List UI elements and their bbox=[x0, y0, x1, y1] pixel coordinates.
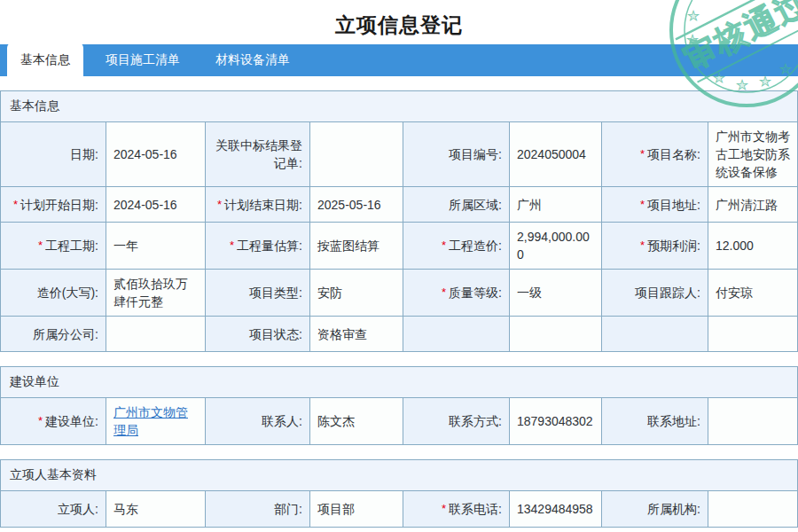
field-value: 一级 bbox=[509, 269, 601, 316]
field-label: *质量等级: bbox=[403, 269, 509, 316]
field-label: 造价(大写): bbox=[1, 269, 106, 316]
field-label-text: 所属区域: bbox=[449, 196, 502, 214]
field-label-text: 所属分公司: bbox=[33, 325, 98, 343]
fields-grid: 日期:2024-05-16关联中标结果登记单:项目编号:2024050004*项… bbox=[1, 122, 797, 351]
field-label-text: 项目名称: bbox=[647, 145, 700, 163]
field-label-text: 工程工期: bbox=[45, 237, 98, 254]
field-value: 按蓝图结算 bbox=[309, 222, 403, 269]
section-header: 基本信息 bbox=[1, 91, 797, 122]
fields-grid: 立项人:马东部门:项目部*联系电话:13429484958所属机构: bbox=[1, 491, 797, 527]
field-value: 马东 bbox=[106, 491, 205, 527]
field-value: 2,994,000.000 bbox=[509, 222, 601, 269]
section-panel: 基本信息日期:2024-05-16关联中标结果登记单:项目编号:20240500… bbox=[0, 90, 798, 352]
field-label: 所属分公司: bbox=[1, 316, 106, 351]
field-value: 一年 bbox=[106, 222, 205, 269]
field-label: 项目编号: bbox=[403, 122, 509, 186]
field-value bbox=[708, 491, 797, 527]
field-value bbox=[106, 316, 205, 351]
field-label: 联系方式: bbox=[403, 398, 509, 444]
field-label-text: 联系方式: bbox=[449, 412, 502, 430]
field-label: 项目类型: bbox=[205, 269, 309, 316]
field-label: 所属区域: bbox=[403, 186, 509, 222]
page-title: 立项信息登记 bbox=[0, 0, 798, 44]
required-asterisk: * bbox=[38, 412, 43, 430]
field-value: 项目部 bbox=[309, 491, 403, 527]
tab-material-equipment-list[interactable]: 材料设备清单 bbox=[202, 44, 303, 76]
required-asterisk: * bbox=[217, 196, 222, 214]
field-value: 12.000 bbox=[708, 222, 797, 269]
field-value: 广州 bbox=[509, 186, 601, 222]
field-value: 贰佰玖拾玖万肆仟元整 bbox=[106, 269, 205, 316]
field-value: 广州市文物考古工地安防系统设备保修 bbox=[708, 122, 797, 186]
field-label: *工程量估算: bbox=[205, 222, 309, 269]
field-label: 联系地址: bbox=[601, 398, 708, 444]
section-panel: 建设单位*建设单位:广州市文物管理局联系人:陈文杰联系方式:1879304830… bbox=[0, 366, 798, 445]
form-content: 基本信息日期:2024-05-16关联中标结果登记单:项目编号:20240500… bbox=[0, 76, 798, 528]
required-asterisk: * bbox=[38, 237, 43, 254]
field-label-text: 联系电话: bbox=[449, 500, 502, 518]
required-asterisk: * bbox=[640, 237, 645, 254]
field-label-text: 项目类型: bbox=[249, 284, 302, 301]
field-label-text: 项目编号: bbox=[449, 145, 502, 163]
field-label: *项目地址: bbox=[601, 186, 708, 222]
field-label-text: 日期: bbox=[70, 145, 98, 163]
field-label: *建设单位: bbox=[1, 398, 106, 444]
field-value: 18793048302 bbox=[509, 398, 601, 444]
field-value: 安防 bbox=[309, 269, 403, 316]
field-label: *工程工期: bbox=[1, 222, 106, 269]
tab-basic-info[interactable]: 基本信息 bbox=[7, 43, 83, 77]
field-value: 陈文杰 bbox=[309, 398, 403, 444]
field-label-text: 所属机构: bbox=[647, 500, 700, 518]
field-label: 日期: bbox=[1, 122, 106, 186]
field-label-text: 建设单位: bbox=[45, 412, 98, 430]
page: 立项信息登记 基本信息 项目施工清单 材料设备清单 基本信息日期:2024-05… bbox=[0, 0, 798, 532]
field-label: *计划结束日期: bbox=[205, 186, 309, 222]
field-label: 联系人: bbox=[205, 398, 309, 444]
required-asterisk: * bbox=[442, 500, 446, 518]
field-label-text: 工程量估算: bbox=[237, 237, 302, 254]
field-value: 资格审查 bbox=[309, 316, 403, 351]
field-label: *预期利润: bbox=[601, 222, 708, 269]
field-label-text: 项目状态: bbox=[249, 325, 302, 343]
field-label-text: 关联中标结果登记单: bbox=[213, 137, 302, 172]
field-value: 广州清江路 bbox=[708, 186, 797, 222]
required-asterisk: * bbox=[640, 145, 645, 163]
field-label: 所属机构: bbox=[601, 491, 708, 527]
field-label: 部门: bbox=[205, 491, 309, 527]
field-label: *联系电话: bbox=[403, 491, 509, 527]
field-value: 2024050004 bbox=[509, 122, 601, 186]
field-label-text: 质量等级: bbox=[449, 284, 502, 301]
field-value bbox=[708, 398, 797, 444]
field-value: 2024-05-16 bbox=[106, 122, 205, 186]
field-label-text: 计划开始日期: bbox=[20, 196, 98, 214]
field-value: 2024-05-16 bbox=[106, 186, 205, 222]
field-label: 关联中标结果登记单: bbox=[205, 122, 309, 186]
required-asterisk: * bbox=[230, 237, 234, 254]
field-label-text: 项目跟踪人: bbox=[635, 284, 700, 301]
required-asterisk: * bbox=[640, 196, 645, 214]
field-label: *计划开始日期: bbox=[1, 186, 106, 222]
field-label-text: 联系地址: bbox=[647, 412, 700, 430]
field-label-text: 工程造价: bbox=[449, 237, 502, 254]
field-label-text: 造价(大写): bbox=[37, 284, 98, 301]
field-label-text: 项目地址: bbox=[647, 196, 700, 214]
construction-unit-link[interactable]: 广州市文物管理局 bbox=[113, 403, 198, 439]
fields-grid: *建设单位:广州市文物管理局联系人:陈文杰联系方式:18793048302联系地… bbox=[1, 398, 797, 444]
field-label bbox=[403, 316, 509, 351]
field-label-text: 预期利润: bbox=[647, 237, 700, 254]
required-asterisk: * bbox=[442, 284, 446, 301]
tab-construction-list[interactable]: 项目施工清单 bbox=[92, 44, 193, 76]
required-asterisk: * bbox=[442, 237, 446, 254]
field-label bbox=[601, 316, 708, 351]
field-label: 立项人: bbox=[1, 491, 106, 527]
field-label-text: 联系人: bbox=[262, 412, 302, 430]
field-label: 项目跟踪人: bbox=[601, 269, 708, 316]
field-value: 广州市文物管理局 bbox=[106, 398, 205, 444]
field-label-text: 立项人: bbox=[58, 500, 98, 518]
field-value bbox=[509, 316, 601, 351]
field-label: *工程造价: bbox=[403, 222, 509, 269]
field-value bbox=[708, 316, 797, 351]
field-label-text: 计划结束日期: bbox=[224, 196, 302, 214]
field-value: 付安琼 bbox=[708, 269, 797, 316]
field-value: 2025-05-16 bbox=[309, 186, 403, 222]
